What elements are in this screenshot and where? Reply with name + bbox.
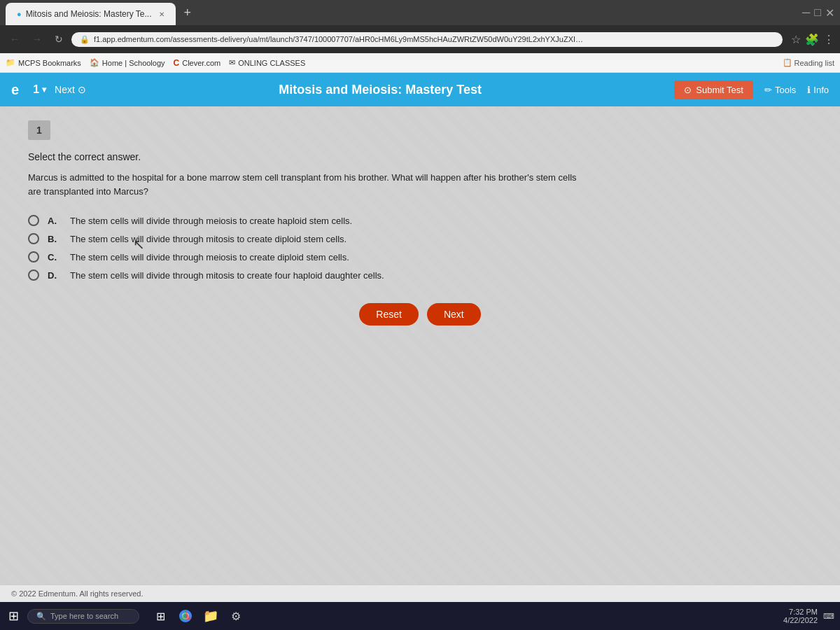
forward-button[interactable]: →	[28, 32, 46, 46]
question-text: Marcus is admitted to the hospital for a…	[28, 171, 588, 198]
tools-icon: ✏	[764, 85, 772, 95]
taskbar: ⊞ 🔍 Type here to search ⊞ 📁 ⚙ 7:32 PM 4/…	[0, 602, 840, 630]
option-text-c: The stem cells will divide through meios…	[70, 252, 349, 262]
minimize-button[interactable]: ─	[802, 6, 810, 20]
bookmark-clever[interactable]: C Clever.com	[174, 58, 221, 68]
bookmark-bar: 📁 MCPS Bookmarks 🏠 Home | Schoology C Cl…	[0, 53, 840, 73]
question-instruction: Select the correct answer.	[28, 151, 812, 162]
address-bar[interactable]: 🔒 f1.app.edmentum.com/assessments-delive…	[71, 32, 783, 47]
tab-bar: ● Mitosis and Meiosis: Mastery Te... ✕ +…	[0, 0, 840, 25]
option-text-b: The stem cells will divide through mitos…	[70, 234, 346, 244]
answer-option-a[interactable]: A. The stem cells will divide through me…	[28, 215, 812, 226]
bookmark-star-icon[interactable]: ☆	[791, 33, 801, 46]
back-button[interactable]: ←	[6, 32, 24, 46]
option-label-c: C.	[48, 252, 62, 262]
next-question-button[interactable]: Next	[427, 303, 481, 326]
submit-icon: ⊙	[684, 85, 692, 95]
address-bar-row: ← → ↻ 🔒 f1.app.edmentum.com/assessments-…	[0, 25, 840, 53]
question-selector[interactable]: 1 ▾	[33, 83, 46, 96]
next-question-label: Next	[444, 309, 464, 320]
answer-option-b[interactable]: B. The stem cells will divide through mi…	[28, 233, 812, 244]
nav-next-icon: ⊙	[78, 84, 86, 95]
settings-icon[interactable]: ⚙	[226, 606, 246, 626]
taskbar-right: 7:32 PM 4/22/2022 ⌨	[783, 608, 834, 624]
taskbar-icons: ⊞ 📁 ⚙	[150, 606, 246, 626]
submit-test-button[interactable]: ⊙ Submit Test	[674, 80, 753, 99]
keyboard-indicator: ⌨	[823, 612, 834, 621]
close-browser-button[interactable]: ✕	[825, 6, 834, 20]
search-placeholder: Type here to search	[50, 612, 118, 620]
browser-chrome: ● Mitosis and Meiosis: Mastery Te... ✕ +…	[0, 0, 840, 73]
reading-list[interactable]: 📋 Reading list	[783, 58, 834, 67]
edmentum-logo: e	[11, 82, 19, 98]
tab-favicon: ●	[17, 10, 22, 18]
active-tab[interactable]: ● Mitosis and Meiosis: Mastery Te... ✕	[6, 3, 176, 25]
info-label: Info	[813, 85, 829, 95]
button-row: Reset Next	[28, 303, 812, 326]
option-text-a: The stem cells will divide through meios…	[70, 216, 352, 226]
taskbar-search[interactable]: 🔍 Type here to search	[27, 609, 139, 624]
chrome-taskbar-icon[interactable]	[176, 606, 195, 626]
bookmark-mcps[interactable]: 📁 MCPS Bookmarks	[6, 58, 81, 67]
question-number-box: 1	[28, 120, 50, 140]
bookmark-online-classes[interactable]: ✉ ONLING CLASSES	[229, 58, 305, 67]
browser-menu-icon[interactable]: ⋮	[823, 33, 834, 46]
tab-close-button[interactable]: ✕	[159, 10, 164, 18]
reset-button[interactable]: Reset	[359, 303, 419, 326]
answer-option-d[interactable]: D. The stem cells will divide through mi…	[28, 270, 812, 281]
question-dropdown-arrow: ▾	[42, 85, 46, 94]
extensions-icon[interactable]: 🧩	[805, 33, 819, 46]
answer-options: A. The stem cells will divide through me…	[28, 215, 812, 281]
copyright-text: © 2022 Edmentum. All rights reserved.	[11, 589, 143, 598]
lock-icon: 🔒	[80, 35, 90, 44]
mcps-icon: 📁	[6, 58, 15, 67]
tab-title: Mitosis and Meiosis: Mastery Te...	[26, 9, 152, 19]
radio-b[interactable]	[28, 233, 39, 244]
refresh-button[interactable]: ↻	[50, 32, 67, 46]
bookmark-home-schoology[interactable]: 🏠 Home | Schoology	[90, 58, 165, 67]
test-content: 1 Select the correct answer. Marcus is a…	[0, 106, 840, 602]
option-label-b: B.	[48, 234, 62, 244]
new-tab-button[interactable]: +	[178, 6, 197, 20]
date-display: 4/22/2022	[783, 616, 818, 624]
reset-label: Reset	[376, 309, 402, 320]
answer-option-c[interactable]: C. The stem cells will divide through me…	[28, 251, 812, 262]
tools-label: Tools	[775, 85, 796, 95]
edmentum-nav: e 1 ▾ Next ⊙ Mitosis and Meiosis: Master…	[0, 73, 840, 106]
radio-a[interactable]	[28, 215, 39, 226]
reading-list-icon: 📋	[783, 58, 792, 67]
nav-next-button[interactable]: Next ⊙	[55, 84, 86, 95]
clever-logo: C	[174, 58, 180, 68]
footer: © 2022 Edmentum. All rights reserved.	[0, 584, 840, 602]
submit-label: Submit Test	[696, 85, 743, 95]
url-text: f1.app.edmentum.com/assessments-delivery…	[94, 35, 584, 43]
file-explorer-icon[interactable]: 📁	[201, 606, 220, 626]
main-content: e 1 ▾ Next ⊙ Mitosis and Meiosis: Master…	[0, 73, 840, 602]
nav-next-label: Next	[55, 84, 75, 95]
tools-button[interactable]: ✏ Tools	[764, 85, 796, 95]
start-button[interactable]: ⊞	[6, 606, 22, 626]
maximize-button[interactable]: □	[814, 6, 821, 20]
online-classes-icon: ✉	[229, 58, 235, 67]
search-icon: 🔍	[36, 612, 46, 621]
time-display: 7:32 PM	[783, 608, 818, 616]
info-button[interactable]: ℹ Info	[807, 85, 829, 95]
radio-c[interactable]	[28, 251, 39, 262]
question-number-display: 1	[33, 83, 39, 96]
schoology-icon: 🏠	[90, 58, 99, 67]
taskview-button[interactable]: ⊞	[150, 606, 170, 626]
info-icon: ℹ	[807, 85, 811, 95]
option-text-d: The stem cells will divide through mitos…	[70, 270, 384, 281]
taskbar-clock: 7:32 PM 4/22/2022	[783, 608, 818, 624]
option-label-a: A.	[48, 216, 62, 226]
nav-right: ⊙ Submit Test ✏ Tools ℹ Info	[674, 80, 829, 99]
option-label-d: D.	[48, 270, 62, 281]
radio-d[interactable]	[28, 270, 39, 281]
test-title: Mitosis and Meiosis: Mastery Test	[94, 83, 666, 97]
